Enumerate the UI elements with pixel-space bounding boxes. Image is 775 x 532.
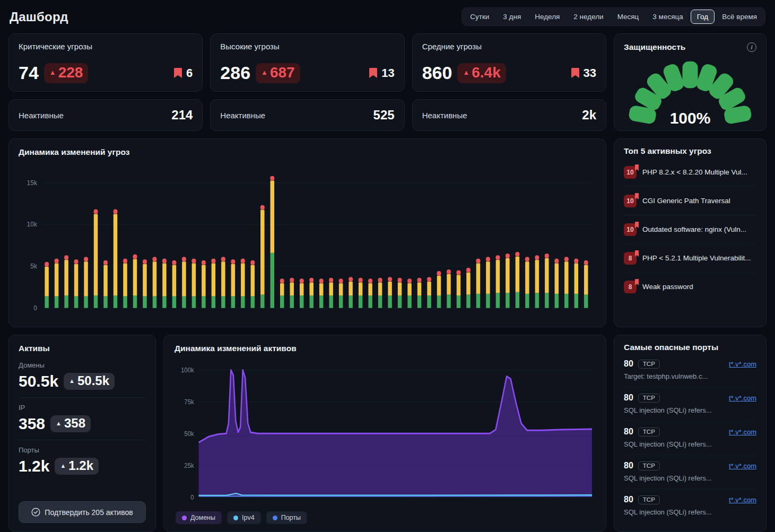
inactive-value: 525 [373,108,395,123]
arrow-up-icon: ▲ [56,421,62,426]
protocol-chip: TCP [638,461,660,470]
high-threats-card[interactable]: Высокие угрозы 286 ▲687 13 [210,33,404,92]
legend-label: Порты [281,514,301,521]
bookmark-count: 13 [381,66,394,80]
target-link[interactable]: t*.v*.com [729,428,756,436]
threat-name: Weak password [642,283,693,291]
medium-threats-card[interactable]: Средние угрозы 860 ▲6.4k 33 [412,33,606,92]
bar-chart-svg: 05k10k15k [19,161,596,321]
card-title: Самые опасные порты [624,343,756,352]
time-tab[interactable]: Год [691,10,715,24]
bookmark-group[interactable]: 33 [571,66,596,80]
chart-legend: Домены Ipv4 Порты [175,508,595,525]
asset-group-ip: IP 358 ▲358 [19,398,146,440]
threat-list-item[interactable]: 8 PHP < 5.2.1 Multiple Vulnerabilit... [624,244,756,273]
asset-group-domains: Домены 50.5k ▲50.5k [19,355,146,398]
time-tab[interactable]: 3 месяца [646,10,689,24]
bookmark-icon [173,67,182,79]
threat-count-badge: 8 [624,252,637,265]
threat-count: 860 [422,63,452,83]
delta-badge: ▲358 [50,415,91,432]
svg-text:25k: 25k [184,461,194,469]
threat-count: 74 [19,63,39,83]
delta-value: 6.4k [472,64,501,81]
inactive-value: 214 [171,108,193,123]
bookmark-group[interactable]: 6 [173,66,193,80]
security-score-value: 100% [624,109,756,127]
top-threats-card: Топ 5 активных угроз 10 PHP 8.2.x < 8.2.… [614,138,767,327]
port-row[interactable]: 80 TCP t*.v*.com SQL injection (SQLi) re… [624,489,756,522]
threat-list-item[interactable]: 10 Outdated software: nginx (Vuln... [624,215,756,244]
info-icon[interactable]: i [747,42,756,52]
inactive-critical-card[interactable]: Неактивные 214 [8,99,203,131]
port-description: SQL injection (SQLi) refers... [624,440,756,448]
legend-item-domains[interactable]: Домены [176,511,222,524]
legend-item-ipv4[interactable]: Ipv4 [227,511,261,524]
protocol-chip: TCP [638,360,660,369]
legend-label: Ipv4 [242,514,255,521]
arrow-up-icon: ▲ [69,378,75,384]
bookmark-count: 6 [186,66,193,80]
check-circle-icon [31,508,40,517]
port-row[interactable]: 80 TCP t*.v*.com SQL injection (SQLi) re… [624,387,756,421]
asset-label: Порты [19,446,146,454]
port-row[interactable]: 80 TCP t*.v*.com SQL injection (SQLi) re… [624,455,756,489]
svg-text:75k: 75k [184,398,194,406]
legend-item-ports[interactable]: Порты [266,511,307,524]
assets-area-chart: 025k50k75k100k [175,357,595,508]
port-number: 80 [624,359,633,369]
threat-name: Outdated software: nginx (Vuln... [642,225,746,233]
legend-dot [182,516,187,520]
threat-list-item[interactable]: 8 Weak password [624,273,756,301]
target-link[interactable]: t*.v*.com [729,360,756,368]
delta-badge: ▲6.4k [457,63,506,83]
assets-card: Активы Домены 50.5k ▲50.5k IP 358 ▲358 П… [8,335,156,532]
card-title: Защищенность [624,42,685,52]
time-tab[interactable]: 3 дня [497,10,527,24]
threat-count-badge: 8 [624,281,637,293]
port-number: 80 [624,461,633,470]
threats-dynamics-card: Динамика изменений угроз 05k10k15k [8,138,606,327]
top-bar: Дашборд Сутки 3 дня Неделя 2 недели Меся… [10,7,765,26]
threat-list-item[interactable]: 10 CGI Generic Path Traversal [624,187,756,215]
port-row[interactable]: 80 TCP t*.v*.com Target: testphp.vulnweb… [624,353,756,387]
inactive-high-card[interactable]: Неактивные 525 [210,99,404,131]
time-tab[interactable]: Неделя [528,10,566,24]
target-link[interactable]: t*.v*.com [729,394,756,402]
dangerous-ports-card: Самые опасные порты 80 TCP t*.v*.com Tar… [614,335,767,532]
card-title: Активы [19,344,146,353]
svg-text:10k: 10k [27,221,38,228]
bookmark-group[interactable]: 13 [369,66,394,80]
bookmark-count: 33 [584,66,596,80]
bookmark-icon [634,193,639,199]
page-title: Дашборд [10,10,68,24]
svg-text:50k: 50k [184,430,194,438]
protocol-chip: TCP [638,394,660,403]
time-tab[interactable]: 2 недели [567,10,609,24]
threat-name: CGI Generic Path Traversal [642,197,730,205]
target-link[interactable]: t*.v*.com [729,462,756,470]
asset-value: 358 [19,415,45,433]
bookmark-icon [634,164,639,171]
critical-threats-card[interactable]: Критические угрозы 74 ▲228 6 [8,33,203,92]
time-tab[interactable]: Сутки [464,10,495,24]
time-tab[interactable]: Всё время [716,10,763,24]
inactive-value: 2k [582,108,596,123]
delta-value: 228 [58,64,83,81]
inactive-medium-card[interactable]: Неактивные 2k [412,99,606,131]
asset-value: 50.5k [19,372,58,390]
port-row[interactable]: 80 TCP t*.v*.com SQL injection (SQLi) re… [624,421,756,455]
port-number: 80 [624,495,633,504]
port-number: 80 [624,393,633,403]
port-description: SQL injection (SQLi) refers... [624,508,756,516]
target-link[interactable]: t*.v*.com [729,496,756,504]
delta-value: 358 [64,416,85,431]
card-title: Высокие угрозы [220,42,394,51]
threat-list-item[interactable]: 10 PHP 8.2.x < 8.2.20 Multiple Vul... [624,158,756,187]
svg-text:5k: 5k [30,263,37,270]
delta-value: 1.2k [68,458,93,473]
asset-group-ports: Порты 1.2k ▲1.2k [19,440,146,482]
time-tab[interactable]: Месяц [611,10,646,24]
confirm-assets-button[interactable]: Подтвердить 205 активов [19,501,146,523]
svg-text:100k: 100k [181,366,194,374]
